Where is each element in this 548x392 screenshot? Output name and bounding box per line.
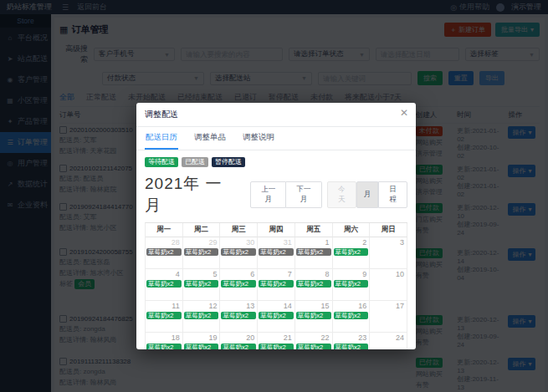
calendar-day-cell[interactable]: 11 草莓奶x2: [146, 301, 183, 333]
delivery-event-bar[interactable]: 草莓奶x2: [296, 248, 331, 256]
calendar-week-row: 28 草莓奶x2 29 草莓奶x2 30 草莓奶x2 31 草莓奶x2 1 草莓…: [146, 237, 407, 269]
delivery-event-bar[interactable]: 草莓奶x2: [184, 312, 219, 319]
calendar-day-cell[interactable]: 22 草莓奶x2: [295, 333, 333, 349]
delivery-event-bar[interactable]: 草莓奶x2: [296, 280, 331, 288]
day-number: 7: [258, 269, 294, 278]
delivery-event-bar[interactable]: 草莓奶x2: [184, 248, 219, 256]
day-number: 12: [183, 301, 220, 310]
legend-chip: 暂停配送: [212, 157, 245, 167]
weekday-label: 周六: [333, 223, 371, 237]
delivery-event-bar[interactable]: 草莓奶x2: [146, 312, 182, 319]
calendar-day-cell[interactable]: 30 草莓奶x2: [220, 237, 258, 269]
delivery-event-bar[interactable]: 草莓奶x2: [146, 280, 182, 288]
calendar-day-cell[interactable]: 17: [370, 301, 407, 333]
calendar-day-cell[interactable]: 24: [370, 333, 407, 349]
modal-tabs: 配送日历调整单品调整说明: [136, 127, 416, 150]
calendar-day-cell[interactable]: 6 草莓奶x2: [220, 269, 258, 301]
calendar-day-cell[interactable]: 1 草莓奶x2: [295, 237, 333, 269]
legend-chip: 已配送: [182, 157, 208, 167]
weekday-label: 周二: [183, 223, 221, 237]
modal-tab[interactable]: 调整说明: [242, 127, 275, 150]
day-number: 29: [183, 237, 220, 247]
adjust-delivery-modal: 调整配送 ✕ 配送日历调整单品调整说明 等待配送已配送暂停配送 2021年 一月…: [136, 103, 416, 349]
calendar-day-cell[interactable]: 9 草莓奶x2: [333, 269, 371, 301]
calendar-day-cell[interactable]: 7 草莓奶x2: [258, 269, 295, 301]
prev-month-button[interactable]: 上一月: [250, 181, 286, 208]
day-number: 2: [333, 237, 370, 247]
day-number: 10: [370, 269, 407, 278]
day-number: 1: [295, 237, 332, 247]
close-icon[interactable]: ✕: [400, 107, 408, 119]
day-number: 16: [333, 301, 370, 310]
day-number: 9: [333, 269, 370, 278]
calendar-day-cell[interactable]: 10: [370, 269, 407, 301]
modal-title: 调整配送: [145, 109, 178, 119]
delivery-event-bar[interactable]: 草莓奶x2: [296, 344, 331, 349]
calendar-day-cell[interactable]: 28 草莓奶x2: [146, 237, 183, 269]
calendar-day-cell[interactable]: 21 草莓奶x2: [258, 333, 295, 349]
calendar-day-cell[interactable]: 8 草莓奶x2: [295, 269, 333, 301]
day-number: 18: [146, 333, 182, 342]
day-number: 20: [220, 333, 257, 342]
day-number: 31: [258, 237, 294, 247]
day-number: 23: [333, 333, 370, 342]
next-month-button[interactable]: 下一月: [286, 181, 321, 208]
delivery-event-bar[interactable]: 草莓奶x2: [221, 280, 256, 288]
day-number: 5: [183, 269, 220, 278]
calendar-day-cell[interactable]: 20 草莓奶x2: [220, 333, 258, 349]
calendar-week-row: 4 草莓奶x2 5 草莓奶x2 6 草莓奶x2 7 草莓奶x2 8 草莓奶x2 …: [146, 269, 407, 301]
legend-chip: 等待配送: [145, 157, 178, 167]
delivery-event-bar[interactable]: 草莓奶x2: [146, 248, 182, 256]
calendar-day-cell[interactable]: 31 草莓奶x2: [258, 237, 295, 269]
delivery-event-bar[interactable]: 草莓奶x2: [334, 312, 369, 319]
calendar-week-row: 11 草莓奶x2 12 草莓奶x2 13 草莓奶x2 14 草莓奶x2 15 草…: [146, 301, 407, 333]
calendar-day-cell[interactable]: 16 草莓奶x2: [333, 301, 371, 333]
calendar-day-cell[interactable]: 3: [370, 237, 407, 269]
day-number: 3: [370, 237, 407, 247]
delivery-event-bar[interactable]: 草莓奶x2: [259, 248, 294, 256]
calendar-day-cell[interactable]: 2 草莓奶x2: [333, 237, 371, 269]
weekday-label: 周日: [370, 223, 407, 237]
day-number: 6: [220, 269, 257, 278]
delivery-event-bar[interactable]: 草莓奶x2: [221, 312, 256, 319]
calendar-day-cell[interactable]: 5 草莓奶x2: [183, 269, 221, 301]
agenda-view-button[interactable]: 日程: [378, 181, 407, 208]
calendar-day-cell[interactable]: 29 草莓奶x2: [183, 237, 221, 269]
calendar-day-cell[interactable]: 13 草莓奶x2: [220, 301, 258, 333]
delivery-event-bar[interactable]: 草莓奶x2: [334, 280, 369, 288]
day-number: 8: [295, 269, 332, 278]
day-number: 14: [258, 301, 294, 310]
modal-tab[interactable]: 调整单品: [193, 127, 227, 150]
calendar-day-cell[interactable]: 18 草莓奶x2: [146, 333, 183, 349]
calendar-week-row: 18 草莓奶x2 19 草莓奶x2 20 草莓奶x2 21 草莓奶x2 22 草…: [146, 333, 407, 349]
calendar-day-cell[interactable]: 15 草莓奶x2: [295, 301, 333, 333]
month-view-button[interactable]: 月: [356, 181, 379, 208]
delivery-event-bar[interactable]: 草莓奶x2: [221, 344, 256, 349]
calendar-day-cell[interactable]: 14 草莓奶x2: [258, 301, 295, 333]
calendar-day-cell[interactable]: 12 草莓奶x2: [183, 301, 221, 333]
delivery-event-bar[interactable]: 草莓奶x2: [146, 344, 182, 349]
delivery-event-bar[interactable]: 草莓奶x2: [184, 344, 219, 349]
calendar-title: 2021年 一月: [145, 173, 238, 216]
day-number: 24: [370, 333, 407, 342]
delivery-event-bar[interactable]: 草莓奶x2: [334, 344, 369, 349]
calendar-day-cell[interactable]: 4 草莓奶x2: [146, 269, 183, 301]
delivery-event-bar[interactable]: 草莓奶x2: [334, 248, 369, 256]
delivery-event-bar[interactable]: 草莓奶x2: [259, 312, 294, 319]
weekday-label: 周四: [258, 223, 295, 237]
delivery-event-bar[interactable]: 草莓奶x2: [184, 280, 219, 288]
modal-tab[interactable]: 配送日历: [145, 127, 178, 150]
delivery-event-bar[interactable]: 草莓奶x2: [221, 248, 256, 256]
calendar-weekday-row: 周一周二周三周四周五周六周日: [146, 223, 407, 237]
day-number: 4: [146, 269, 182, 278]
day-number: 22: [295, 333, 332, 342]
calendar-day-cell[interactable]: 19 草莓奶x2: [183, 333, 221, 349]
calendar-grid: 28 草莓奶x2 29 草莓奶x2 30 草莓奶x2 31 草莓奶x2 1 草莓…: [146, 237, 407, 349]
calendar-day-cell[interactable]: 23 草莓奶x2: [333, 333, 371, 349]
delivery-event-bar[interactable]: 草莓奶x2: [259, 280, 294, 288]
delivery-event-bar[interactable]: 草莓奶x2: [259, 344, 294, 349]
weekday-label: 周三: [220, 223, 258, 237]
day-number: 28: [146, 237, 182, 247]
delivery-event-bar[interactable]: 草莓奶x2: [296, 312, 331, 319]
today-button[interactable]: 今天: [327, 181, 356, 208]
